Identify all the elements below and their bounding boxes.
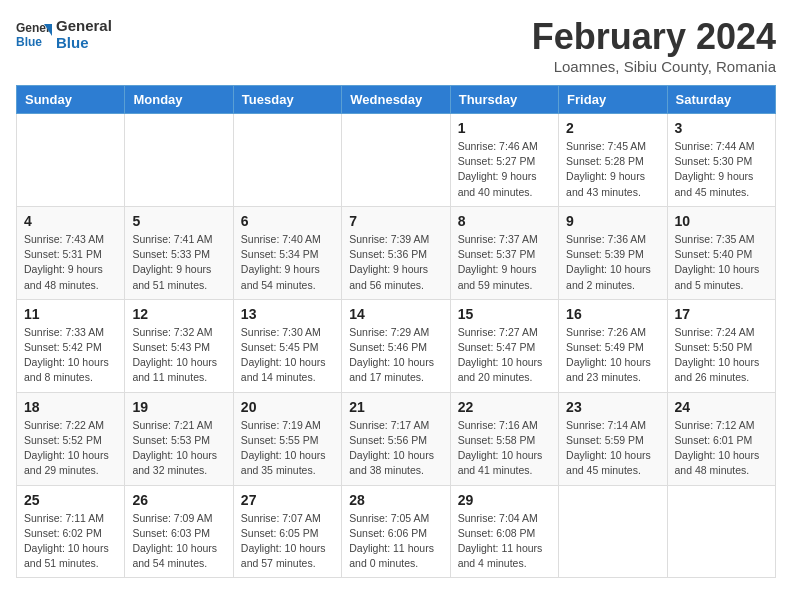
header-row: SundayMondayTuesdayWednesdayThursdayFrid… (17, 86, 776, 114)
header-cell-tuesday: Tuesday (233, 86, 341, 114)
svg-text:Blue: Blue (16, 35, 42, 49)
calendar-cell: 22Sunrise: 7:16 AM Sunset: 5:58 PM Dayli… (450, 392, 558, 485)
day-number: 24 (675, 399, 768, 415)
header-cell-friday: Friday (559, 86, 667, 114)
calendar-cell: 19Sunrise: 7:21 AM Sunset: 5:53 PM Dayli… (125, 392, 233, 485)
day-info: Sunrise: 7:41 AM Sunset: 5:33 PM Dayligh… (132, 232, 225, 293)
logo: General Blue General Blue (16, 16, 112, 52)
calendar-cell: 15Sunrise: 7:27 AM Sunset: 5:47 PM Dayli… (450, 299, 558, 392)
day-info: Sunrise: 7:33 AM Sunset: 5:42 PM Dayligh… (24, 325, 117, 386)
day-info: Sunrise: 7:16 AM Sunset: 5:58 PM Dayligh… (458, 418, 551, 479)
day-info: Sunrise: 7:32 AM Sunset: 5:43 PM Dayligh… (132, 325, 225, 386)
day-info: Sunrise: 7:09 AM Sunset: 6:03 PM Dayligh… (132, 511, 225, 572)
svg-text:General: General (16, 21, 52, 35)
calendar-cell: 4Sunrise: 7:43 AM Sunset: 5:31 PM Daylig… (17, 206, 125, 299)
logo-icon: General Blue (16, 16, 52, 52)
calendar-row: 4Sunrise: 7:43 AM Sunset: 5:31 PM Daylig… (17, 206, 776, 299)
day-number: 6 (241, 213, 334, 229)
day-info: Sunrise: 7:19 AM Sunset: 5:55 PM Dayligh… (241, 418, 334, 479)
calendar-cell (559, 485, 667, 578)
location-subtitle: Loamnes, Sibiu County, Romania (532, 58, 776, 75)
title-block: February 2024 Loamnes, Sibiu County, Rom… (532, 16, 776, 75)
calendar-row: 1Sunrise: 7:46 AM Sunset: 5:27 PM Daylig… (17, 114, 776, 207)
day-number: 16 (566, 306, 659, 322)
calendar-cell: 17Sunrise: 7:24 AM Sunset: 5:50 PM Dayli… (667, 299, 775, 392)
header-cell-sunday: Sunday (17, 86, 125, 114)
calendar-cell: 13Sunrise: 7:30 AM Sunset: 5:45 PM Dayli… (233, 299, 341, 392)
calendar-cell: 24Sunrise: 7:12 AM Sunset: 6:01 PM Dayli… (667, 392, 775, 485)
day-number: 20 (241, 399, 334, 415)
day-info: Sunrise: 7:35 AM Sunset: 5:40 PM Dayligh… (675, 232, 768, 293)
calendar-cell: 20Sunrise: 7:19 AM Sunset: 5:55 PM Dayli… (233, 392, 341, 485)
calendar-cell: 10Sunrise: 7:35 AM Sunset: 5:40 PM Dayli… (667, 206, 775, 299)
day-number: 5 (132, 213, 225, 229)
day-info: Sunrise: 7:39 AM Sunset: 5:36 PM Dayligh… (349, 232, 442, 293)
calendar-cell: 5Sunrise: 7:41 AM Sunset: 5:33 PM Daylig… (125, 206, 233, 299)
calendar-cell: 28Sunrise: 7:05 AM Sunset: 6:06 PM Dayli… (342, 485, 450, 578)
calendar-cell: 6Sunrise: 7:40 AM Sunset: 5:34 PM Daylig… (233, 206, 341, 299)
day-info: Sunrise: 7:07 AM Sunset: 6:05 PM Dayligh… (241, 511, 334, 572)
calendar-cell: 2Sunrise: 7:45 AM Sunset: 5:28 PM Daylig… (559, 114, 667, 207)
logo-blue: Blue (56, 34, 112, 51)
day-number: 23 (566, 399, 659, 415)
calendar-cell: 1Sunrise: 7:46 AM Sunset: 5:27 PM Daylig… (450, 114, 558, 207)
calendar-cell: 8Sunrise: 7:37 AM Sunset: 5:37 PM Daylig… (450, 206, 558, 299)
calendar-cell: 26Sunrise: 7:09 AM Sunset: 6:03 PM Dayli… (125, 485, 233, 578)
day-number: 1 (458, 120, 551, 136)
day-info: Sunrise: 7:27 AM Sunset: 5:47 PM Dayligh… (458, 325, 551, 386)
calendar-cell (342, 114, 450, 207)
calendar-row: 18Sunrise: 7:22 AM Sunset: 5:52 PM Dayli… (17, 392, 776, 485)
day-number: 13 (241, 306, 334, 322)
day-info: Sunrise: 7:22 AM Sunset: 5:52 PM Dayligh… (24, 418, 117, 479)
day-number: 10 (675, 213, 768, 229)
calendar-cell: 18Sunrise: 7:22 AM Sunset: 5:52 PM Dayli… (17, 392, 125, 485)
calendar-body: 1Sunrise: 7:46 AM Sunset: 5:27 PM Daylig… (17, 114, 776, 578)
day-info: Sunrise: 7:29 AM Sunset: 5:46 PM Dayligh… (349, 325, 442, 386)
calendar-cell: 12Sunrise: 7:32 AM Sunset: 5:43 PM Dayli… (125, 299, 233, 392)
calendar-cell: 29Sunrise: 7:04 AM Sunset: 6:08 PM Dayli… (450, 485, 558, 578)
calendar-cell: 25Sunrise: 7:11 AM Sunset: 6:02 PM Dayli… (17, 485, 125, 578)
day-info: Sunrise: 7:14 AM Sunset: 5:59 PM Dayligh… (566, 418, 659, 479)
day-number: 9 (566, 213, 659, 229)
header-cell-wednesday: Wednesday (342, 86, 450, 114)
day-info: Sunrise: 7:24 AM Sunset: 5:50 PM Dayligh… (675, 325, 768, 386)
calendar-cell: 16Sunrise: 7:26 AM Sunset: 5:49 PM Dayli… (559, 299, 667, 392)
page-header: General Blue General Blue February 2024 … (16, 16, 776, 75)
day-info: Sunrise: 7:17 AM Sunset: 5:56 PM Dayligh… (349, 418, 442, 479)
day-number: 26 (132, 492, 225, 508)
calendar-row: 11Sunrise: 7:33 AM Sunset: 5:42 PM Dayli… (17, 299, 776, 392)
day-number: 22 (458, 399, 551, 415)
header-cell-saturday: Saturday (667, 86, 775, 114)
day-info: Sunrise: 7:45 AM Sunset: 5:28 PM Dayligh… (566, 139, 659, 200)
calendar-table: SundayMondayTuesdayWednesdayThursdayFrid… (16, 85, 776, 578)
day-number: 2 (566, 120, 659, 136)
header-cell-monday: Monday (125, 86, 233, 114)
day-info: Sunrise: 7:26 AM Sunset: 5:49 PM Dayligh… (566, 325, 659, 386)
month-title: February 2024 (532, 16, 776, 58)
calendar-cell: 23Sunrise: 7:14 AM Sunset: 5:59 PM Dayli… (559, 392, 667, 485)
day-number: 25 (24, 492, 117, 508)
day-number: 29 (458, 492, 551, 508)
day-info: Sunrise: 7:12 AM Sunset: 6:01 PM Dayligh… (675, 418, 768, 479)
day-info: Sunrise: 7:43 AM Sunset: 5:31 PM Dayligh… (24, 232, 117, 293)
calendar-row: 25Sunrise: 7:11 AM Sunset: 6:02 PM Dayli… (17, 485, 776, 578)
day-info: Sunrise: 7:36 AM Sunset: 5:39 PM Dayligh… (566, 232, 659, 293)
day-number: 27 (241, 492, 334, 508)
header-cell-thursday: Thursday (450, 86, 558, 114)
day-number: 15 (458, 306, 551, 322)
calendar-cell (667, 485, 775, 578)
day-info: Sunrise: 7:05 AM Sunset: 6:06 PM Dayligh… (349, 511, 442, 572)
day-number: 11 (24, 306, 117, 322)
day-info: Sunrise: 7:11 AM Sunset: 6:02 PM Dayligh… (24, 511, 117, 572)
day-number: 21 (349, 399, 442, 415)
day-number: 18 (24, 399, 117, 415)
calendar-cell: 21Sunrise: 7:17 AM Sunset: 5:56 PM Dayli… (342, 392, 450, 485)
day-number: 4 (24, 213, 117, 229)
day-info: Sunrise: 7:04 AM Sunset: 6:08 PM Dayligh… (458, 511, 551, 572)
day-info: Sunrise: 7:44 AM Sunset: 5:30 PM Dayligh… (675, 139, 768, 200)
calendar-cell (125, 114, 233, 207)
calendar-cell: 11Sunrise: 7:33 AM Sunset: 5:42 PM Dayli… (17, 299, 125, 392)
day-info: Sunrise: 7:46 AM Sunset: 5:27 PM Dayligh… (458, 139, 551, 200)
calendar-cell: 14Sunrise: 7:29 AM Sunset: 5:46 PM Dayli… (342, 299, 450, 392)
day-number: 12 (132, 306, 225, 322)
